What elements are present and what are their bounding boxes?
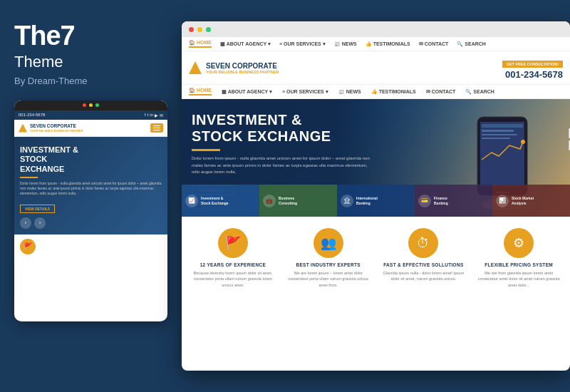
svg-rect-4 [482,134,517,135]
site-logo-text: SEVEN CORPORATE [206,62,279,70]
mobile-social-icons: f t in ▶ ✉ [145,113,163,118]
hero-thumb-label-5: Stock MarketAnalysis [512,196,534,205]
hero-thumb-3[interactable]: 🏦 InternationalBanking [337,185,415,217]
mobile-logo-text: SEVEN CORPORATE [30,123,83,128]
site-header-main: SEVEN CORPORATE YOUR RELIABLE BUSINESS P… [182,51,570,85]
nav-services[interactable]: ≡ OUR SERVICES ▾ [279,41,326,47]
mobile-logo-icon [19,124,27,133]
sec-nav-home[interactable]: 🏠 HOME [189,88,212,96]
mobile-header-bar: 001-234-5678 f t in ▶ ✉ [14,110,167,120]
hero-thumb-5[interactable]: 📊 Stock MarketAnalysis [492,185,570,217]
pricing-icon: ⚙ [504,228,534,258]
nav-home[interactable]: 🏠 HOME [189,40,212,48]
site-nav-secondary: 🏠 HOME ▦ ABOUT AGENCY ▾ ≡ OUR SERVICES ▾… [182,85,570,99]
mobile-logo-sub: YOUR RELIABLE BUSINESS PARTNER [30,129,83,133]
close-dot [189,27,194,32]
feature-experts: 👥 BEST INDUSTRY EXPERTS We are lorem ips… [284,228,373,288]
sec-nav-about[interactable]: ▦ ABOUT AGENCY ▾ [222,89,272,95]
feature-text-4: We are from glavrida ipsum lorem amet co… [475,270,563,288]
nav-contact[interactable]: ✉ CONTACT [419,41,449,47]
investment-icon: 📈 [185,195,198,207]
site-phone-area: GET FREE CONSULTATION! 001-234-5678 [502,56,563,80]
nav-search[interactable]: 🔍 SEARCH [457,41,486,47]
hero-thumb-label-4: FinanceBanking [434,196,448,205]
minimize-dot [197,27,202,32]
left-panel: The7 Theme By Dream-Theme 001-234-5678 f… [0,0,175,392]
hero-thumbnails: 📈 Investment &Stock Exchange 💼 BusinessC… [182,185,570,217]
hero-thumb-2[interactable]: 💼 BusinessConsulting [259,185,337,217]
site-logo-area: SEVEN CORPORATE YOUR RELIABLE BUSINESS P… [189,61,279,74]
feature-title-1: 12 YEARS OF EXPERIENCE [189,262,277,267]
site-phone-number: 001-234-5678 [502,69,563,80]
finance-icon: 💳 [418,195,431,207]
mobile-hero-title: INVESTMENT &STOCKEXCHANGE [20,145,162,174]
experts-icon: 👥 [314,228,343,258]
stockmarket-icon: 📊 [496,195,509,207]
feature-fast: ⏱ FAST & EFFECTIVE SOLLUTIONS Glavrida i… [380,228,468,288]
sec-nav-news[interactable]: 📰 NEWS [338,89,361,95]
site-hero: INVESTMENT &STOCK EXCHANGE Dolor lorem f… [182,99,570,217]
nav-testimonials[interactable]: 👍 TESTIMONIALS [366,41,410,47]
site-header-top: 🏠 HOME ▦ ABOUT AGENCY ▾ ≡ OUR SERVICES ▾… [182,37,570,51]
mobile-nav: SEVEN CORPORATE YOUR RELIABLE BUSINESS P… [14,120,167,138]
mobile-view-details-button[interactable]: VIEW DETAILS [20,205,55,213]
mobile-hamburger-button[interactable] [150,123,163,133]
svg-point-6 [521,140,525,144]
feature-text-1: Because diversity lorem ipsum dolor sit … [189,270,277,288]
desktop-mockup: 🏠 HOME ▦ ABOUT AGENCY ▾ ≡ OUR SERVICES ▾… [182,21,570,371]
experience-icon: 🚩 [218,228,248,258]
consulting-icon: 💼 [263,195,276,207]
theme-by: By Dream-Theme [14,76,160,86]
hero-thumb-1[interactable]: 📈 Investment &Stock Exchange [182,185,259,217]
theme-subtitle: Theme [14,53,160,71]
maximize-dot [206,27,211,32]
hero-title: INVESTMENT &STOCK EXCHANGE [192,112,371,145]
feature-experience: 🚩 12 YEARS OF EXPERIENCE Because diversi… [189,228,277,288]
feature-title-2: BEST INDUSTRY EXPERTS [284,262,373,267]
nav-news[interactable]: 📰 NEWS [334,41,357,47]
mobile-hero-divider [20,177,38,178]
hero-divider [192,149,220,151]
nav-about[interactable]: ▦ ABOUT AGENCY ▾ [220,41,271,47]
banking-icon: 🏦 [341,195,353,207]
sec-nav-services[interactable]: ≡ OUR SERVICES ▾ [282,89,328,95]
mobile-phone-number: 001-234-5678 [19,113,45,117]
svg-rect-2 [482,124,523,128]
feature-text-3: Glavrida ipsum nulla - dolor lorem amet!… [380,270,468,282]
feature-title-3: FAST & EFFECTIVE SOLLUTIONS [380,262,468,267]
mobile-feature-area: 🚩 [14,234,167,259]
mobile-top-bar [14,100,167,110]
site-phone-cta[interactable]: GET FREE CONSULTATION! [502,61,563,68]
mobile-nav-arrows: ‹ › [20,217,162,229]
site-nav-top: 🏠 HOME ▦ ABOUT AGENCY ▾ ≡ OUR SERVICES ▾… [189,40,486,48]
mobile-logo-area: SEVEN CORPORATE YOUR RELIABLE BUSINESS P… [19,123,83,132]
svg-rect-3 [482,130,514,132]
sec-nav-contact[interactable]: ✉ CONTACT [426,89,456,95]
mobile-feature-icon: 🚩 [20,239,36,254]
sec-nav-testimonials[interactable]: 👍 TESTIMONIALS [371,89,416,95]
feature-pricing: ⚙ FLEXIBLE PRICING SYSTEM We are from gl… [475,228,563,288]
minimize-dot [89,103,93,107]
feature-title-4: FLEXIBLE PRICING SYSTEM [475,262,563,267]
feature-text-2: We are lorem ipsum – lorem amet dolor co… [284,270,373,288]
prev-arrow-button[interactable]: ‹ [20,217,31,229]
theme-title: The7 [14,21,160,51]
svg-rect-5 [482,138,510,139]
mobile-hero-text: Dolor lorem from ipsum - nulla glavrida … [20,181,162,196]
mobile-mockup: 001-234-5678 f t in ▶ ✉ SEVEN CORPORATE … [14,100,167,321]
maximize-dot [95,103,99,107]
hero-text: Dolor lorem from ipsum - nulla glavrida … [192,155,371,176]
hero-thumb-label-1: Investment &Stock Exchange [201,196,229,205]
hero-thumb-label-3: InternationalBanking [356,196,378,205]
features-section: 🚩 12 YEARS OF EXPERIENCE Because diversi… [182,217,570,295]
hero-thumb-label-2: BusinessConsulting [279,196,297,205]
site-logo-sub: YOUR RELIABLE BUSINESS PARTNER [206,70,279,74]
sec-nav-search[interactable]: 🔍 SEARCH [465,89,494,95]
desktop-top-bar [182,21,570,37]
hero-thumb-4[interactable]: 💳 FinanceBanking [415,185,492,217]
close-dot [83,103,86,107]
mobile-hero: INVESTMENT &STOCKEXCHANGE Dolor lorem fr… [14,137,167,234]
next-arrow-button[interactable]: › [34,217,46,229]
site-logo-icon [189,61,202,74]
fast-icon: ⏱ [408,228,438,258]
